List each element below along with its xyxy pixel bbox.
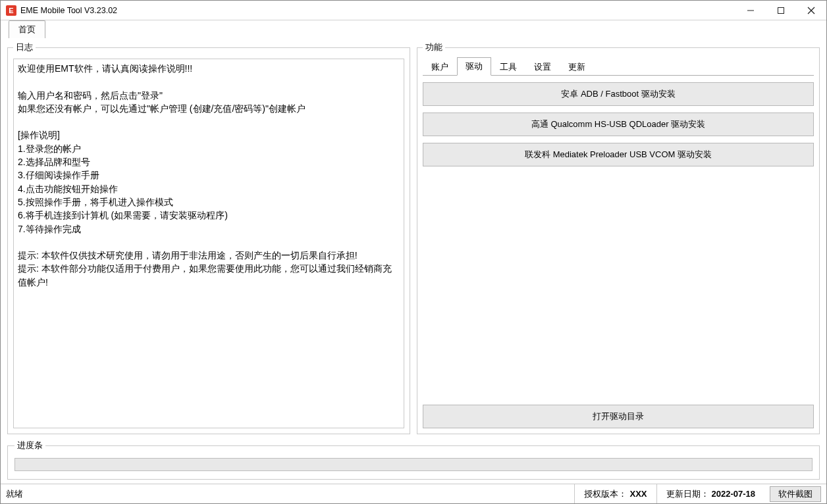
main-content: 日志 欢迎使用EMT软件，请认真阅读操作说明!!! 输入用户名和密码，然后点击"… [1, 38, 826, 434]
install-qualcomm-driver-button[interactable]: 高通 Qualcomm HS-USB QDLoader 驱动安装 [423, 113, 814, 136]
main-tabstrip: 首页 [1, 20, 826, 38]
function-legend: 功能 [423, 41, 445, 53]
progress-panel: 进度条 [7, 440, 820, 480]
maximize-button[interactable] [766, 1, 796, 20]
tab-settings[interactable]: 设置 [525, 58, 560, 76]
app-window: E EME Mobile Tool V3.23.02 首页 日志 欢迎使用EMT… [0, 0, 827, 504]
function-tabstrip: 账户 驱动 工具 设置 更新 [423, 59, 814, 76]
status-update-label: 更新日期： [666, 488, 709, 500]
progress-bar [14, 458, 813, 471]
install-adb-driver-button[interactable]: 安卓 ADB / Fastboot 驱动安装 [423, 82, 814, 106]
close-icon [807, 7, 815, 14]
titlebar: E EME Mobile Tool V3.23.02 [1, 1, 826, 20]
tab-tools[interactable]: 工具 [491, 58, 525, 76]
status-ready: 就绪 [6, 488, 23, 500]
log-legend: 日志 [13, 41, 36, 53]
function-panel: 功能 账户 驱动 工具 设置 更新 安卓 ADB / Fastboot 驱动安装… [417, 41, 820, 434]
status-license-value: XXX [629, 489, 647, 499]
log-textarea[interactable]: 欢迎使用EMT软件，请认真阅读操作说明!!! 输入用户名和密码，然后点击"登录"… [13, 59, 404, 428]
tab-account[interactable]: 账户 [423, 58, 457, 76]
close-button[interactable] [796, 1, 826, 20]
tab-driver[interactable]: 驱动 [457, 57, 491, 76]
svg-rect-1 [778, 7, 784, 13]
tab-home[interactable]: 首页 [9, 20, 45, 38]
driver-tab-content: 安卓 ADB / Fastboot 驱动安装 高通 Qualcomm HS-US… [423, 82, 814, 428]
status-update-date: 更新日期： 2022-07-18 [656, 484, 765, 503]
status-license-label: 授权版本： [584, 488, 627, 500]
status-license: 授权版本： XXX [574, 484, 656, 503]
status-update-value: 2022-07-18 [712, 489, 756, 499]
maximize-icon [777, 7, 785, 14]
app-icon: E [6, 5, 16, 16]
statusbar: 就绪 授权版本： XXX 更新日期： 2022-07-18 软件截图 [1, 484, 826, 503]
progress-legend: 进度条 [14, 440, 45, 451]
minimize-button[interactable] [735, 1, 766, 20]
tab-update[interactable]: 更新 [560, 58, 594, 76]
window-title: EME Mobile Tool V3.23.02 [20, 6, 117, 15]
screenshot-button[interactable]: 软件截图 [770, 486, 821, 502]
log-panel: 日志 欢迎使用EMT软件，请认真阅读操作说明!!! 输入用户名和密码，然后点击"… [7, 41, 410, 434]
minimize-icon [747, 7, 755, 14]
open-driver-directory-button[interactable]: 打开驱动目录 [423, 405, 814, 428]
install-mediatek-driver-button[interactable]: 联发科 Mediatek Preloader USB VCOM 驱动安装 [423, 143, 814, 166]
